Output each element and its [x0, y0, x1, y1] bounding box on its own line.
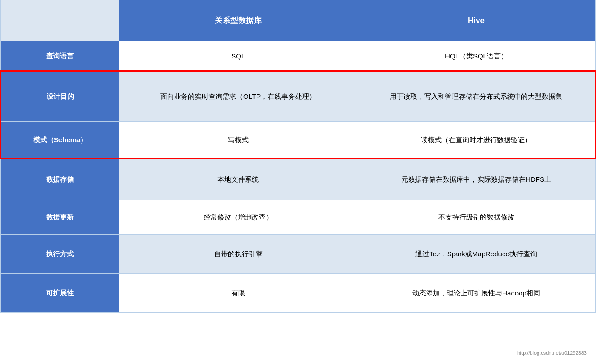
rdb-cell-design: 面向业务的实时查询需求（OLTP，在线事务处理） [119, 71, 357, 122]
header-empty [1, 0, 119, 41]
table-header: 关系型数据库 Hive [1, 0, 596, 41]
hive-cell-design: 用于读取，写入和管理存储在分布式系统中的大型数据集 [357, 71, 596, 122]
hive-cell-exec: 通过Tez，Spark或MapReduce执行查询 [357, 235, 596, 274]
comparison-table: 关系型数据库 Hive 查询语言SQLHQL（类SQL语言）设计目的面向业务的实… [0, 0, 596, 313]
rdb-cell-query: SQL [119, 41, 357, 71]
hive-cell-scale: 动态添加，理论上可扩展性与Hadoop相同 [357, 274, 596, 313]
label-cell-scale: 可扩展性 [1, 274, 119, 313]
table-row: 查询语言SQLHQL（类SQL语言） [1, 41, 596, 71]
label-cell-update: 数据更新 [1, 200, 119, 235]
label-cell-storage: 数据存储 [1, 159, 119, 200]
table-row: 执行方式自带的执行引擎通过Tez，Spark或MapReduce执行查询 [1, 235, 596, 274]
table-row: 数据存储本地文件系统元数据存储在数据库中，实际数据存储在HDFS上 [1, 159, 596, 200]
table-row: 数据更新经常修改（增删改查）不支持行级别的数据修改 [1, 200, 596, 235]
watermark: http://blog.csdn.net/u01292383 [517, 350, 587, 356]
table-row: 模式（Schema）写模式读模式（在查询时才进行数据验证） [1, 122, 596, 159]
header-hive: Hive [357, 0, 596, 41]
rdb-cell-exec: 自带的执行引擎 [119, 235, 357, 274]
label-cell-schema: 模式（Schema） [1, 122, 119, 159]
table-row: 可扩展性有限动态添加，理论上可扩展性与Hadoop相同 [1, 274, 596, 313]
rdb-cell-storage: 本地文件系统 [119, 159, 357, 200]
rdb-cell-update: 经常修改（增删改查） [119, 200, 357, 235]
hive-cell-schema: 读模式（在查询时才进行数据验证） [357, 122, 596, 159]
rdb-cell-scale: 有限 [119, 274, 357, 313]
rdb-cell-schema: 写模式 [119, 122, 357, 159]
label-cell-exec: 执行方式 [1, 235, 119, 274]
hive-cell-update: 不支持行级别的数据修改 [357, 200, 596, 235]
table-row: 设计目的面向业务的实时查询需求（OLTP，在线事务处理）用于读取，写入和管理存储… [1, 71, 596, 122]
hive-cell-storage: 元数据存储在数据库中，实际数据存储在HDFS上 [357, 159, 596, 200]
hive-cell-query: HQL（类SQL语言） [357, 41, 596, 71]
label-cell-design: 设计目的 [1, 71, 119, 122]
label-cell-query: 查询语言 [1, 41, 119, 71]
header-rdb: 关系型数据库 [119, 0, 357, 41]
